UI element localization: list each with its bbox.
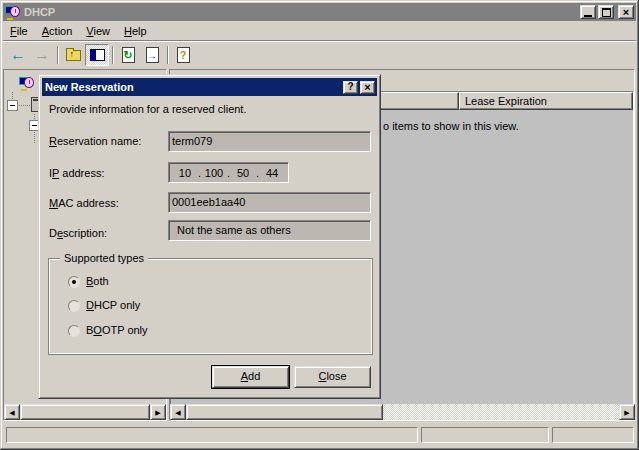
reservation-name-label: Reservation name:	[49, 135, 141, 147]
radio-dhcp-only[interactable]	[68, 300, 80, 312]
status-bar	[3, 424, 636, 446]
tree-expand-toggle[interactable]	[7, 100, 18, 111]
maximize-icon	[602, 8, 611, 17]
ip-octet[interactable]: 100	[201, 164, 227, 182]
maximize-button[interactable]	[598, 5, 614, 19]
dialog-help-button[interactable]: ?	[343, 81, 358, 94]
forward-button[interactable]: →	[30, 44, 54, 66]
help-button[interactable]: ?	[171, 44, 195, 66]
scrollbar-thumb[interactable]	[20, 404, 150, 420]
mac-address-label: MAC address:	[49, 197, 119, 209]
new-reservation-dialog: New Reservation ? × Provide information …	[38, 74, 381, 399]
console-tree-icon	[90, 49, 105, 61]
forward-arrow-icon: →	[34, 47, 50, 63]
menu-help[interactable]: Help	[124, 25, 147, 37]
dialog-close-button[interactable]: ×	[360, 81, 375, 94]
help-icon: ?	[177, 47, 190, 63]
ip-octet[interactable]: 50	[230, 164, 256, 182]
dialog-titlebar[interactable]: New Reservation ? ×	[42, 78, 377, 96]
up-one-level-button[interactable]: ↑	[61, 44, 85, 66]
refresh-icon: ↻	[122, 47, 135, 63]
column-header-lease-expiration[interactable]: Lease Expiration	[459, 92, 633, 110]
tree-pane-hscrollbar[interactable]: ◀ ▶	[4, 404, 166, 420]
close-icon: ×	[364, 82, 370, 92]
supported-types-label: Supported types	[60, 252, 148, 264]
toolbar: ← → ↑ ↻ → ?	[3, 40, 636, 69]
tree-connector	[19, 105, 30, 106]
show-hide-console-tree-button[interactable]	[85, 44, 109, 66]
radio-bootp-only-label: BOOTP only	[86, 324, 148, 336]
close-icon: ×	[623, 7, 629, 17]
close-dialog-button[interactable]: Close	[294, 366, 371, 388]
dialog-info-text: Provide information for a reserved clien…	[49, 103, 246, 115]
scrollbar-track[interactable]	[383, 404, 619, 420]
menu-bar: File Action View Help	[3, 21, 636, 40]
radio-both[interactable]	[68, 276, 80, 288]
radio-dhcp-only-label: DHCP only	[86, 299, 140, 311]
tree-root-dhcp-icon[interactable]	[19, 75, 35, 91]
toolbar-separator	[167, 46, 168, 64]
toolbar-separator	[112, 46, 113, 64]
ip-octet[interactable]: 44	[259, 164, 285, 182]
dhcp-console-window: DHCP × File Action View Help ← → ↑ ↻ →	[0, 0, 639, 450]
export-list-button[interactable]: →	[140, 44, 164, 66]
ip-octet[interactable]: 10	[172, 164, 198, 182]
export-list-icon: →	[146, 47, 159, 63]
status-panel	[552, 427, 634, 443]
empty-list-message: o items to show in this view.	[383, 120, 519, 132]
scroll-right-icon[interactable]: ▶	[150, 404, 166, 420]
dialog-title: New Reservation	[45, 81, 343, 93]
menu-view[interactable]: View	[86, 25, 110, 37]
close-button[interactable]: ×	[618, 5, 634, 19]
list-hscrollbar[interactable]: ◀ ▶	[170, 404, 635, 420]
menu-action[interactable]: Action	[42, 25, 73, 37]
scroll-left-icon[interactable]: ◀	[4, 404, 20, 420]
add-button[interactable]: Add	[212, 366, 289, 388]
dhcp-app-icon	[5, 4, 21, 20]
status-panel	[6, 427, 418, 443]
radio-bootp-only[interactable]	[68, 325, 80, 337]
refresh-button[interactable]: ↻	[116, 44, 140, 66]
scrollbar-thumb[interactable]	[186, 404, 383, 420]
reservation-name-input[interactable]: term079	[168, 131, 371, 152]
help-icon: ?	[347, 82, 353, 92]
ip-address-input[interactable]: 10.100.50.44	[168, 162, 289, 183]
description-label: Description:	[49, 227, 107, 239]
window-titlebar[interactable]: DHCP ×	[3, 3, 636, 21]
status-panel	[421, 427, 549, 443]
up-folder-icon: ↑	[66, 50, 81, 61]
scroll-right-icon[interactable]: ▶	[619, 404, 635, 420]
menu-file[interactable]: File	[10, 25, 28, 37]
radio-both-label: Both	[86, 275, 109, 287]
supported-types-group: Supported types Both DHCP only BOOTP onl…	[48, 258, 373, 355]
window-title: DHCP	[24, 6, 55, 18]
back-button[interactable]: ←	[6, 44, 30, 66]
description-input[interactable]: Not the same as others	[168, 220, 371, 241]
minimize-icon	[584, 15, 592, 17]
toolbar-separator	[57, 46, 58, 64]
mac-address-input[interactable]: 0001eeb1aa40	[168, 192, 371, 213]
scroll-left-icon[interactable]: ◀	[170, 404, 186, 420]
minimize-button[interactable]	[580, 5, 596, 19]
back-arrow-icon: ←	[10, 47, 26, 63]
ip-address-label: IP address:	[49, 167, 104, 179]
